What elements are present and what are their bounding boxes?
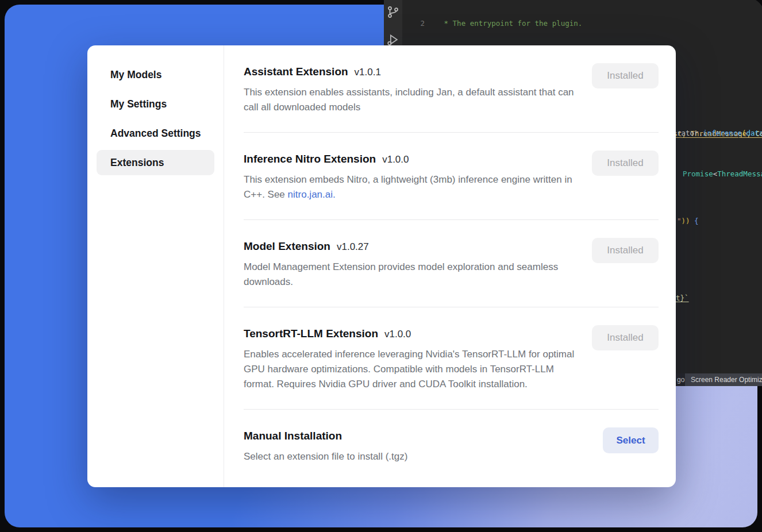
settings-panel: My Models My Settings Advanced Settings … — [87, 45, 676, 487]
source-control-icon[interactable] — [387, 6, 399, 18]
extension-description: Model Management Extension provides mode… — [244, 260, 580, 290]
extension-version: v1.0.1 — [355, 67, 381, 78]
line-number: 2 — [402, 19, 434, 28]
screen-reader-optimized-status[interactable]: Screen Reader Optimized — [685, 373, 762, 386]
installed-button[interactable]: Installed — [592, 63, 659, 88]
extension-name: Assistant Extension — [244, 65, 348, 78]
installed-button[interactable]: Installed — [592, 325, 659, 350]
nitro-jan-ai-link[interactable]: nitro.jan.ai. — [288, 189, 336, 200]
extension-title: Manual Installation — [244, 429, 659, 442]
extension-row-tensorrt-llm: TensortRT-LLM Extension v1.0.0 Enables a… — [244, 307, 659, 410]
status-bar-text-left[interactable]: go — [677, 373, 684, 386]
extension-description: This extension enables assistants, inclu… — [244, 85, 580, 115]
desktop: 2 * The entrypoint for the plugin. 3 */ … — [0, 0, 762, 532]
extension-row-model: Model Extension v1.0.27 Model Management… — [244, 220, 659, 307]
installed-button[interactable]: Installed — [592, 151, 659, 176]
manual-installation-description: Select an extension file to install (.tg… — [244, 449, 580, 464]
code-fragment-template: t}` — [676, 294, 689, 302]
settings-sidebar: My Models My Settings Advanced Settings … — [87, 45, 224, 487]
code-fragment-promise: Promise<ThreadMessage> — [683, 169, 762, 178]
sidebar-item-label: My Models — [110, 69, 161, 81]
extensions-list: Assistant Extension v1.0.1 This extensio… — [224, 45, 676, 487]
extension-row-inference-nitro: Inference Nitro Extension v1.0.0 This ex… — [244, 133, 659, 220]
run-debug-icon[interactable] — [387, 33, 399, 46]
extension-row-assistant: Assistant Extension v1.0.1 This extensio… — [244, 45, 659, 133]
extension-version: v1.0.27 — [337, 241, 369, 253]
extension-name: Inference Nitro Extension — [244, 152, 376, 165]
sidebar-item-advanced-settings[interactable]: Advanced Settings — [97, 121, 214, 146]
select-file-button[interactable]: Select — [603, 427, 659, 453]
extension-description: Enables accelerated inference leveraging… — [244, 347, 580, 392]
extension-description: This extension embeds Nitro, a lightweig… — [244, 172, 580, 202]
code-fragment-inference: rator.inference(data)); — [677, 129, 762, 137]
extension-version: v1.0.0 — [384, 329, 411, 340]
sidebar-item-label: Extensions — [110, 157, 164, 169]
sidebar-item-label: My Settings — [110, 98, 167, 110]
extension-name: TensortRT-LLM Extension — [244, 327, 378, 340]
manual-installation-title: Manual Installation — [244, 429, 342, 442]
sidebar-item-extensions[interactable]: Extensions — [97, 150, 214, 175]
installed-button[interactable]: Installed — [592, 238, 659, 263]
sidebar-item-my-models[interactable]: My Models — [97, 62, 214, 87]
manual-installation-row: Manual Installation Select an extension … — [244, 410, 659, 481]
code-line: 2 * The entrypoint for the plugin. — [402, 19, 762, 28]
code-text: * The entrypoint for the plugin. — [434, 19, 582, 28]
code-fragment-block: ")) { — [677, 217, 699, 225]
sidebar-item-label: Advanced Settings — [110, 128, 201, 140]
sidebar-item-my-settings[interactable]: My Settings — [97, 91, 214, 117]
extension-version: v1.0.0 — [382, 154, 409, 165]
extension-name: Model Extension — [244, 240, 330, 253]
